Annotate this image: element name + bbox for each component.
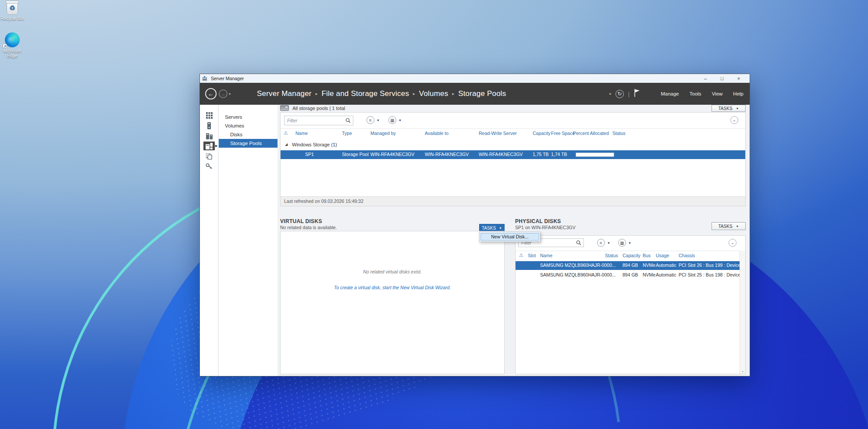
notifications-dropdown[interactable]: ▾ bbox=[609, 92, 611, 96]
menu-tools[interactable]: Tools bbox=[690, 91, 701, 96]
breadcrumb-item-server-manager[interactable]: Server Manager bbox=[257, 89, 312, 98]
cell-bus: NVMe bbox=[643, 262, 655, 268]
desktop-icon-label: Microsoft Edge bbox=[0, 49, 26, 58]
history-dropdown[interactable]: ▾ bbox=[229, 92, 231, 96]
column-header-managed-by[interactable]: Managed by bbox=[370, 131, 396, 136]
cell-capacity: 894 GB bbox=[623, 272, 638, 277]
close-button[interactable]: × bbox=[730, 74, 747, 83]
caret-down-icon: ▼ bbox=[736, 225, 739, 228]
file-and-storage-services-icon[interactable] bbox=[203, 142, 215, 150]
column-header-status[interactable]: Status bbox=[612, 131, 626, 136]
sidebar-item-servers[interactable]: Servers bbox=[219, 113, 277, 121]
alert-column-icon[interactable]: ⚠ bbox=[284, 130, 288, 136]
column-header-percent-allocated[interactable]: Percent Allocated bbox=[573, 131, 609, 136]
storage-pools-filter-row: ≡ ▼ ▦ ▼ ⌄ bbox=[281, 113, 745, 128]
toolbar-separator: | bbox=[628, 91, 630, 97]
dashboard-icon[interactable] bbox=[203, 111, 215, 120]
flag-icon bbox=[634, 89, 640, 97]
desktop: ♻ Recycle Bin ↗ Microsoft Edge Server Ma… bbox=[0, 0, 868, 429]
cell-name: SAMSUNG MZQLB960HAJR-0000... bbox=[540, 262, 616, 268]
column-header-chassis[interactable]: Chassis bbox=[679, 253, 695, 258]
cell-chassis: PCI Slot 25 : Bus 198 : Device 0 : Fu bbox=[679, 272, 746, 277]
physical-disks-table-header: ⚠ Slot Name Status Capacity Bus Usage Ch… bbox=[516, 251, 740, 260]
local-server-icon[interactable] bbox=[203, 121, 215, 130]
grid-save-icon: ▦ bbox=[388, 116, 396, 124]
column-header-free-space[interactable]: Free Space bbox=[551, 131, 575, 136]
column-header-name[interactable]: Name bbox=[540, 253, 552, 258]
breadcrumb-item-storage-pools[interactable]: Storage Pools bbox=[458, 89, 506, 98]
desktop-icon-microsoft-edge[interactable]: ↗ Microsoft Edge bbox=[0, 32, 26, 58]
menu-manage[interactable]: Manage bbox=[661, 91, 679, 96]
back-button[interactable]: ← bbox=[205, 88, 217, 99]
navigation-bar: ← → ▾ Server Manager ▸ File and Storage … bbox=[200, 83, 750, 105]
saved-query-dropdown[interactable]: ▦ ▼ bbox=[388, 116, 402, 124]
storage-pools-header: All storage pools | 1 total bbox=[280, 105, 345, 111]
collapse-chevron-icon[interactable]: ⌄ bbox=[730, 116, 738, 124]
column-header-capacity[interactable]: Capacity bbox=[533, 131, 551, 136]
maximize-button[interactable]: □ bbox=[714, 74, 730, 83]
query-filter-dropdown[interactable]: ≡ ▼ bbox=[366, 116, 380, 124]
virtual-disks-subtitle: No related data is available. bbox=[280, 225, 337, 230]
virtual-disks-panel: No related virtual disks exist. To creat… bbox=[280, 231, 505, 374]
tree-expander-icon[interactable]: ◢ bbox=[285, 142, 288, 146]
menu-help[interactable]: Help bbox=[733, 91, 743, 96]
storage-pools-filter-input[interactable] bbox=[284, 116, 353, 125]
physical-disks-title: PHYSICAL DISKS bbox=[515, 218, 561, 224]
storage-volumes-icon[interactable] bbox=[203, 152, 215, 161]
alert-column-icon[interactable]: ⚠ bbox=[519, 252, 523, 258]
scrollbar-down-arrow-icon[interactable]: ⌄ bbox=[740, 369, 745, 373]
vertical-scrollbar[interactable]: ⌄ bbox=[740, 251, 745, 374]
physical-disk-row[interactable]: SAMSUNG MZQLB960HAJR-0000... 894 GB NVMe… bbox=[516, 271, 740, 280]
all-servers-icon[interactable] bbox=[203, 132, 215, 141]
column-header-available-to[interactable]: Available to bbox=[425, 131, 448, 136]
breadcrumb-item-volumes[interactable]: Volumes bbox=[419, 89, 448, 98]
column-header-capacity[interactable]: Capacity bbox=[623, 253, 640, 258]
storage-pools-group-row[interactable]: ◢ Windows Storage (1) bbox=[281, 142, 745, 149]
forward-button[interactable]: → bbox=[219, 89, 228, 98]
sidebar-item-disks[interactable]: Disks bbox=[219, 130, 277, 139]
title-bar[interactable]: Server Manager – □ × bbox=[200, 74, 750, 83]
sidebar-item-storage-pools[interactable]: Storage Pools bbox=[219, 139, 277, 148]
back-arrow-icon: ← bbox=[208, 90, 214, 97]
tasks-dropdown-menu: New Virtual Disk... bbox=[479, 232, 541, 242]
physical-disks-tasks-button[interactable]: TASKS ▼ bbox=[711, 222, 746, 230]
shortcut-arrow-icon: ↗ bbox=[3, 44, 7, 48]
selected-strip-arrow-icon: ▶ bbox=[215, 144, 217, 148]
refresh-button[interactable]: ↻ bbox=[615, 90, 624, 98]
collapse-chevron-icon[interactable]: ⌄ bbox=[729, 239, 736, 247]
column-header-name[interactable]: Name bbox=[295, 131, 308, 136]
cell-name: SAMSUNG MZQLB960HAJR-0000... bbox=[540, 272, 616, 277]
menu-view[interactable]: View bbox=[712, 91, 723, 96]
column-header-type[interactable]: Type bbox=[342, 131, 352, 136]
forward-arrow-icon: → bbox=[221, 91, 226, 96]
sidebar-item-volumes[interactable]: Volumes bbox=[219, 121, 277, 130]
physical-disk-row[interactable]: SAMSUNG MZQLB960HAJR-0000... 894 GB NVMe… bbox=[516, 261, 740, 270]
server-manager-app-icon bbox=[203, 76, 208, 81]
list-filter-icon: ≡ bbox=[597, 239, 605, 247]
column-header-bus[interactable]: Bus bbox=[643, 253, 651, 258]
new-virtual-disk-wizard-link[interactable]: To create a virtual disk, start the New … bbox=[281, 285, 504, 290]
minimize-button[interactable]: – bbox=[697, 74, 714, 83]
cell-read-write-server: WIN-RFA4KNEC3GV bbox=[479, 152, 523, 157]
edge-icon: ↗ bbox=[0, 32, 26, 47]
desktop-icon-recycle-bin[interactable]: ♻ Recycle Bin bbox=[0, 2, 26, 21]
query-filter-dropdown[interactable]: ≡ ▼ bbox=[597, 239, 610, 247]
column-header-usage[interactable]: Usage bbox=[656, 253, 669, 258]
key-credentials-icon[interactable] bbox=[203, 162, 215, 170]
caret-down-icon: ▼ bbox=[607, 241, 610, 245]
storage-pools-tasks-button[interactable]: TASKS ▼ bbox=[711, 105, 746, 112]
storage-pool-row-sp1[interactable]: SP1 Storage Pool WIN-RFA4KNEC3GV WIN-RFA… bbox=[281, 150, 745, 159]
saved-query-dropdown[interactable]: ▦ ▼ bbox=[618, 239, 631, 247]
notifications-flag-button[interactable] bbox=[634, 89, 640, 99]
breadcrumb-separator-icon: ▸ bbox=[316, 92, 318, 96]
menu-item-new-virtual-disk[interactable]: New Virtual Disk... bbox=[480, 233, 539, 241]
column-header-status[interactable]: Status bbox=[605, 253, 618, 258]
cell-name: SP1 bbox=[305, 152, 314, 157]
column-header-read-write-server[interactable]: Read-Write Server bbox=[479, 131, 517, 136]
cell-usage: Automatic bbox=[656, 272, 676, 277]
virtual-disks-empty-message: No related virtual disks exist. bbox=[281, 269, 504, 274]
column-header-slot[interactable]: Slot bbox=[528, 253, 536, 258]
caret-down-icon: ▼ bbox=[499, 227, 502, 230]
breadcrumb-item-file-storage-services[interactable]: File and Storage Services bbox=[321, 89, 409, 98]
search-icon bbox=[576, 240, 581, 245]
